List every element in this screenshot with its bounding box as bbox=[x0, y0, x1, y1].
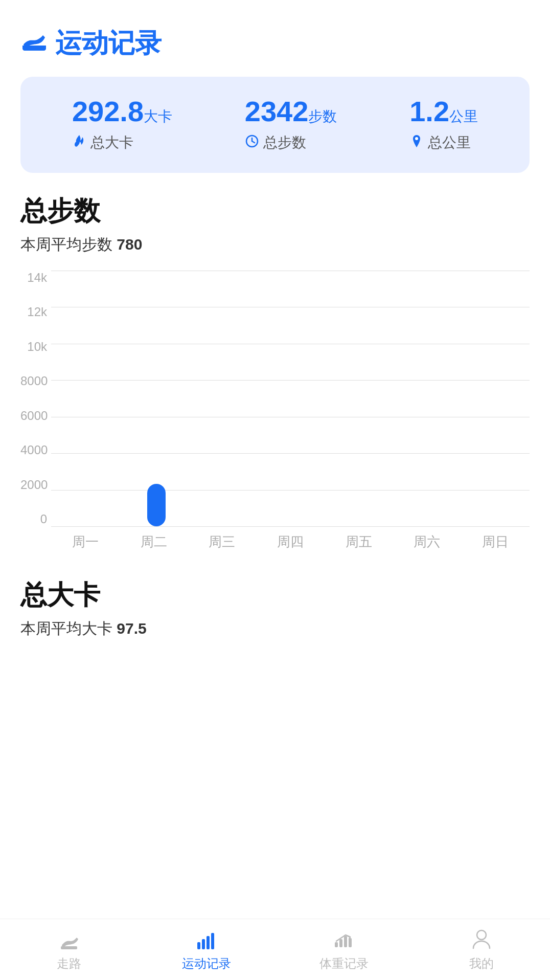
clock-icon bbox=[245, 134, 259, 152]
stats-card: 292.8大卡 总大卡 2342步数 bbox=[20, 77, 530, 173]
steps-section: 总步数 本周平均步数 780 14k 12k 10k 8000 6000 400… bbox=[0, 193, 550, 557]
y-label-0: 0 bbox=[20, 512, 51, 526]
svg-rect-9 bbox=[335, 942, 338, 947]
stat-steps: 2342步数 总步数 bbox=[245, 97, 337, 152]
distance-value: 1.2公里 bbox=[409, 97, 478, 126]
x-label-sat: 周六 bbox=[393, 533, 462, 551]
y-label-6000: 6000 bbox=[20, 409, 51, 423]
calories-section-title: 总大卡 bbox=[20, 577, 530, 613]
steps-value: 2342步数 bbox=[245, 97, 337, 126]
y-label-12k: 12k bbox=[20, 305, 51, 319]
bottom-nav: 走路 运动记录 体重记录 bbox=[0, 919, 550, 980]
weight-icon bbox=[333, 928, 355, 952]
svg-rect-4 bbox=[61, 946, 77, 949]
nav-label-walking: 走路 bbox=[57, 955, 81, 972]
svg-rect-5 bbox=[197, 942, 200, 949]
calories-section: 总大卡 本周平均大卡 97.5 bbox=[0, 577, 550, 655]
x-label-mon: 周一 bbox=[51, 533, 120, 551]
calories-label: 总大卡 bbox=[72, 133, 133, 152]
bar-tue bbox=[123, 484, 190, 526]
nav-item-walking[interactable]: 走路 bbox=[0, 928, 138, 972]
stat-distance: 1.2公里 总公里 bbox=[409, 97, 478, 152]
profile-icon bbox=[470, 928, 493, 952]
header: 运动记录 bbox=[0, 0, 550, 72]
svg-rect-6 bbox=[202, 939, 205, 949]
svg-point-3 bbox=[415, 137, 418, 140]
walking-icon bbox=[58, 928, 80, 952]
svg-line-2 bbox=[252, 141, 255, 143]
y-label-8000: 8000 bbox=[20, 374, 51, 388]
y-label-2000: 2000 bbox=[20, 478, 51, 492]
svg-rect-8 bbox=[211, 933, 214, 949]
shoe-icon bbox=[20, 27, 47, 60]
fire-icon bbox=[72, 134, 86, 152]
nav-label-weight: 体重记录 bbox=[319, 955, 369, 972]
chart-grid-area bbox=[51, 271, 530, 526]
pin-icon bbox=[409, 134, 424, 152]
calories-value: 292.8大卡 bbox=[72, 97, 172, 126]
y-label-14k: 14k bbox=[20, 271, 51, 285]
steps-section-title: 总步数 bbox=[20, 193, 530, 229]
steps-section-subtitle: 本周平均步数 780 bbox=[20, 234, 530, 255]
page-title: 运动记录 bbox=[55, 26, 162, 61]
y-label-10k: 10k bbox=[20, 340, 51, 354]
stat-calories: 292.8大卡 总大卡 bbox=[72, 97, 172, 152]
exercise-icon bbox=[195, 928, 218, 952]
x-label-wed: 周三 bbox=[188, 533, 256, 551]
x-label-fri: 周五 bbox=[325, 533, 393, 551]
x-label-sun: 周日 bbox=[461, 533, 530, 551]
steps-chart: 14k 12k 10k 8000 6000 4000 2000 0 bbox=[20, 271, 530, 557]
y-axis: 14k 12k 10k 8000 6000 4000 2000 0 bbox=[20, 271, 51, 526]
page: 运动记录 292.8大卡 总大卡 2342步数 bbox=[0, 0, 550, 980]
nav-item-weight[interactable]: 体重记录 bbox=[275, 928, 413, 972]
calories-section-subtitle: 本周平均大卡 97.5 bbox=[20, 618, 530, 639]
svg-rect-10 bbox=[339, 939, 342, 947]
x-label-tue: 周二 bbox=[120, 533, 188, 551]
steps-label: 总步数 bbox=[245, 133, 306, 152]
svg-rect-11 bbox=[344, 936, 347, 947]
y-label-4000: 4000 bbox=[20, 443, 51, 457]
nav-label-profile: 我的 bbox=[469, 955, 494, 972]
nav-item-exercise[interactable]: 运动记录 bbox=[138, 928, 275, 972]
nav-label-exercise: 运动记录 bbox=[182, 955, 231, 972]
x-label-thu: 周四 bbox=[256, 533, 325, 551]
distance-label: 总公里 bbox=[409, 133, 471, 152]
x-axis: 周一 周二 周三 周四 周五 周六 周日 bbox=[51, 526, 530, 557]
svg-rect-7 bbox=[207, 936, 210, 949]
bars-container bbox=[51, 271, 530, 526]
nav-item-profile[interactable]: 我的 bbox=[413, 928, 550, 972]
svg-point-13 bbox=[477, 930, 486, 940]
